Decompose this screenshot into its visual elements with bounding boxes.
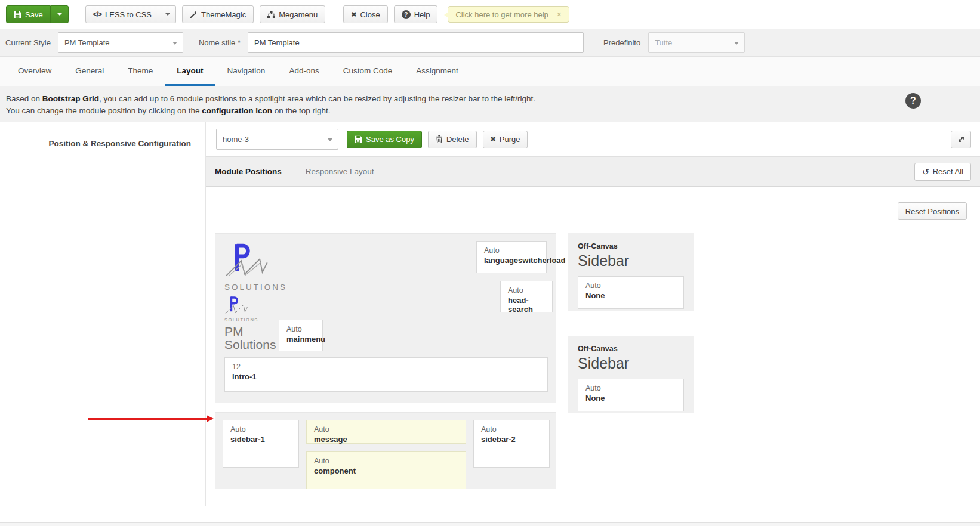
close-button[interactable]: ✖ Close	[343, 5, 387, 23]
reset-positions-button[interactable]: Reset Positions	[898, 202, 967, 220]
style-name-label: Nome stile *	[199, 38, 241, 47]
tab-navigation[interactable]: Navigation	[215, 57, 278, 86]
pm-solutions-logo-small	[224, 295, 248, 317]
module-name: component	[314, 466, 458, 475]
module-name: None	[585, 394, 676, 403]
module-position-offcanvas-2[interactable]: Auto None	[578, 379, 684, 411]
required-mark: *	[238, 38, 241, 47]
chevron-down-icon	[172, 42, 177, 45]
module-size: Auto	[585, 281, 676, 290]
module-position-intro-1[interactable]: 12 intro-1	[224, 357, 548, 392]
module-name: intro-1	[232, 372, 540, 381]
preset-control-row: home-3 Save as Copy Delete ✖ Purge	[206, 122, 980, 156]
save-icon	[355, 135, 362, 143]
save-icon	[14, 11, 21, 18]
tab-assignment[interactable]: Assignment	[404, 57, 470, 86]
expand-icon	[957, 135, 965, 143]
off-canvas-panel-1: Off-Canvas Sidebar Auto None	[568, 233, 694, 311]
module-position-languageswitcherload[interactable]: Auto languageswitcherload	[476, 241, 547, 273]
thememagic-button[interactable]: ThemeMagic	[182, 5, 254, 23]
default-select[interactable]: Tutte	[648, 32, 745, 53]
tab-theme[interactable]: Theme	[116, 57, 165, 86]
chevron-down-icon	[328, 138, 332, 141]
off-canvas-label: Off-Canvas	[578, 345, 618, 353]
module-size: Auto	[481, 425, 542, 434]
help-tooltip: Click here to get more help ×	[448, 6, 569, 23]
info-line-2: You can change the module position by cl…	[6, 105, 896, 117]
module-position-message[interactable]: Auto message	[306, 420, 466, 444]
subtab-module-positions[interactable]: Module Positions	[215, 167, 282, 176]
save-label: Save	[25, 10, 43, 19]
off-canvas-label: Off-Canvas	[578, 242, 618, 250]
fullscreen-toggle-button[interactable]	[951, 131, 971, 148]
section-label: Position & Responsive Configuration	[48, 139, 191, 148]
module-position-component[interactable]: Auto component	[306, 451, 466, 489]
help-icon: ?	[402, 10, 411, 19]
module-position-offcanvas-1[interactable]: Auto None	[578, 276, 684, 309]
module-name: message	[314, 435, 458, 444]
tab-layout[interactable]: Layout	[165, 57, 215, 86]
magic-wand-icon	[190, 11, 198, 18]
module-size: Auto	[286, 325, 315, 333]
less-to-css-dropdown-button[interactable]	[159, 5, 176, 23]
layout-subtabs: Module Positions Responsive Layout ↺ Res…	[206, 156, 980, 186]
default-label: Predefinito	[603, 38, 640, 47]
reset-all-button[interactable]: ↺ Reset All	[914, 163, 971, 181]
purge-label: Purge	[500, 135, 520, 144]
delete-button[interactable]: Delete	[428, 131, 477, 148]
module-size: 12	[232, 363, 540, 371]
preset-select[interactable]: home-3	[216, 129, 338, 150]
style-name-input[interactable]	[248, 32, 584, 53]
chevron-down-icon	[57, 13, 62, 16]
tab-custom-code[interactable]: Custom Code	[331, 57, 405, 86]
current-style-select[interactable]: PM Template	[58, 32, 183, 53]
less-to-css-button[interactable]: </> LESS to CSS	[85, 5, 159, 23]
megamenu-button[interactable]: Megamenu	[260, 5, 325, 23]
logo-caption: SOLUTIONS	[224, 283, 290, 292]
panel-help-icon[interactable]: ?	[905, 93, 921, 109]
reset-positions-label: Reset Positions	[905, 207, 959, 216]
style-bar: Current Style PM Template Nome stile * P…	[0, 29, 980, 57]
save-dropdown-button[interactable]	[51, 5, 69, 23]
delete-label: Delete	[446, 135, 469, 144]
purge-button[interactable]: ✖ Purge	[483, 131, 528, 148]
thememagic-label: ThemeMagic	[201, 10, 246, 19]
megamenu-label: Megamenu	[279, 10, 318, 19]
module-name: sidebar-2	[481, 435, 542, 444]
module-position-mainmenu[interactable]: Auto mainmenu	[279, 320, 323, 351]
module-size: Auto	[230, 425, 291, 434]
module-size: Auto	[314, 457, 458, 465]
module-positions-canvas: Reset Positions SOLUTIONS	[206, 186, 980, 489]
status-bar: Vedi sito 0 Utenti 2 Amministratori ✉ 0 …	[0, 522, 980, 526]
save-button[interactable]: Save	[6, 5, 51, 23]
subtab-responsive-layout[interactable]: Responsive Layout	[306, 167, 374, 176]
off-canvas-panel-2: Off-Canvas Sidebar Auto None	[568, 336, 694, 413]
close-icon: ✖	[491, 135, 496, 143]
top-toolbar: Save </> LESS to CSS ThemeMagic Megamenu…	[0, 0, 980, 29]
module-position-head-search[interactable]: Auto head-search	[500, 281, 553, 312]
help-label: Help	[414, 10, 430, 19]
tab-overview[interactable]: Overview	[6, 57, 63, 86]
tooltip-close-icon[interactable]: ×	[557, 10, 562, 19]
tab-addons[interactable]: Add-ons	[277, 57, 331, 86]
module-name: mainmenu	[286, 335, 315, 344]
help-button[interactable]: ? Help	[394, 5, 438, 23]
info-panel: Based on Bootstrap Grid, you can add up …	[0, 86, 980, 122]
tab-general[interactable]: General	[63, 57, 116, 86]
content-spotlight-area: Auto sidebar-1 Auto message Auto compone…	[215, 412, 556, 489]
module-position-sidebar-1[interactable]: Auto sidebar-1	[223, 420, 299, 468]
module-name: sidebar-1	[230, 435, 291, 444]
bottom-spacer	[0, 506, 980, 522]
annotation-arrow	[88, 418, 207, 420]
active-subtab-notch	[239, 186, 248, 191]
chevron-down-icon	[165, 13, 170, 16]
save-as-copy-button[interactable]: Save as Copy	[347, 131, 422, 148]
info-line-1: Based on Bootstrap Grid, you can add up …	[6, 93, 896, 105]
off-canvas-title: Sidebar	[578, 355, 684, 372]
pm-solutions-logo	[224, 241, 269, 281]
layout-config-column: home-3 Save as Copy Delete ✖ Purge Modul…	[206, 122, 980, 506]
module-size: Auto	[508, 286, 545, 295]
preset-value: home-3	[223, 135, 249, 144]
module-position-sidebar-2[interactable]: Auto sidebar-2	[473, 420, 550, 468]
module-name: languageswitcherload	[484, 256, 539, 265]
